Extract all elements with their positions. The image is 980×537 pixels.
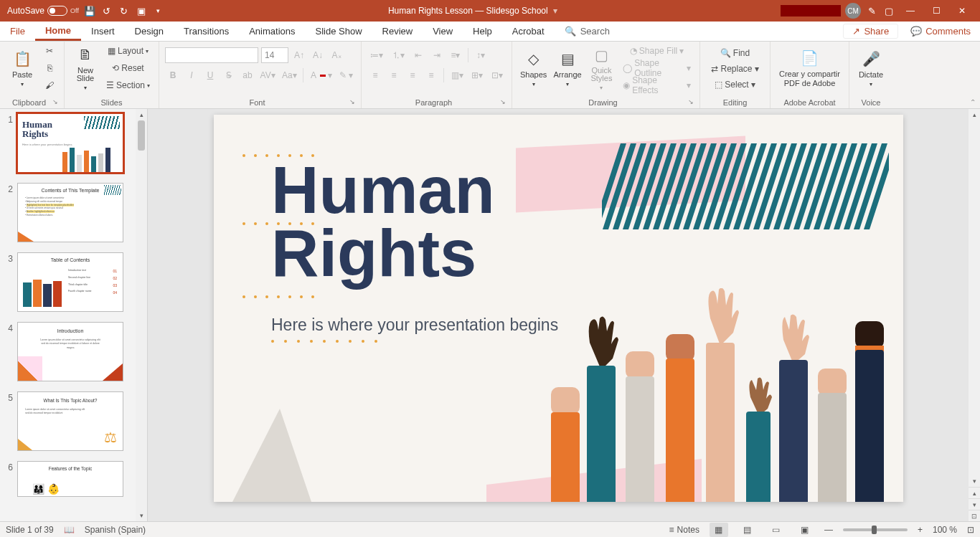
reading-view-button[interactable]: ▭ <box>767 523 786 537</box>
notes-button[interactable]: ≡Notes <box>669 525 699 535</box>
text-direction-button[interactable]: ↕▾ <box>473 47 489 63</box>
thumbnail-slide-1[interactable]: HumanRights Here is where your presentat… <box>17 113 123 173</box>
ribbon-display-icon[interactable]: ▢ <box>882 4 895 17</box>
dialog-launcher-icon[interactable]: ↘ <box>349 98 355 105</box>
replace-button[interactable]: ⇄Replace▾ <box>706 62 764 76</box>
align-right-button[interactable]: ≡ <box>405 67 420 83</box>
strikethrough-button[interactable]: S̶ <box>221 67 237 83</box>
start-from-beginning-icon[interactable]: ▣ <box>135 4 148 17</box>
share-button[interactable]: ↗Share <box>843 24 898 39</box>
prev-slide-button[interactable]: ▴ <box>969 487 980 498</box>
spellcheck-icon[interactable]: 📖 <box>64 525 75 535</box>
maximize-button[interactable]: ☐ <box>925 0 947 22</box>
thumbnail-item[interactable]: 3 Table of Contents 01020304 Introductio… <box>4 252 147 312</box>
thumbnail-slide-4[interactable]: Introduction Lorem ipsum dolor sit amet … <box>17 322 123 381</box>
scroll-up-icon[interactable]: ▴ <box>136 109 147 120</box>
dictate-button[interactable]: 🎤 Dictate▾ <box>855 44 887 92</box>
tab-transitions[interactable]: Transitions <box>174 22 239 41</box>
format-painter-button[interactable]: 🖌 <box>42 77 57 93</box>
line-spacing-button[interactable]: ≡▾ <box>448 47 463 63</box>
scroll-down-icon[interactable]: ▾ <box>969 475 980 487</box>
scroll-up-icon[interactable]: ▴ <box>969 109 980 120</box>
numbering-button[interactable]: ⒈▾ <box>389 47 407 63</box>
tab-home[interactable]: Home <box>35 22 81 41</box>
close-button[interactable]: ✕ <box>951 0 973 22</box>
decrease-font-button[interactable]: A↓ <box>310 47 326 63</box>
smartart-button[interactable]: ⊡▾ <box>489 67 506 83</box>
slide-subtitle[interactable]: Here is where your presentation begins <box>271 315 558 335</box>
columns-button[interactable]: ▥▾ <box>448 67 466 83</box>
tab-design[interactable]: Design <box>125 22 174 41</box>
paste-button[interactable]: 📋 Paste ▾ <box>6 44 39 92</box>
redo-icon[interactable]: ↻ <box>118 4 131 17</box>
dialog-launcher-icon[interactable]: ↘ <box>500 98 506 105</box>
tab-animations[interactable]: Animations <box>239 22 305 41</box>
undo-icon[interactable]: ↺ <box>100 4 113 17</box>
layout-button[interactable]: ▦Layout▾ <box>103 43 153 59</box>
new-slide-button[interactable]: 🗎 New Slide ▾ <box>70 44 100 92</box>
thumbnail-item[interactable]: 6 Features of the Topic 👨‍👩‍👧 👶 <box>4 461 147 497</box>
draw-mode-icon[interactable]: ✎ <box>865 4 878 17</box>
thumbnail-slide-3[interactable]: Table of Contents 01020304 Introduction … <box>17 252 123 312</box>
title-dropdown-icon[interactable]: ▾ <box>553 6 557 16</box>
find-button[interactable]: 🔍Find <box>706 46 764 60</box>
thumbnail-item[interactable]: 1 HumanRights Here is where your present… <box>4 113 147 173</box>
increase-font-button[interactable]: A↑ <box>291 47 307 63</box>
thumbnail-scrollbar[interactable]: ▴ ▾ <box>136 109 147 521</box>
fit-to-window-button[interactable]: ⊡ <box>967 525 974 535</box>
bullets-button[interactable]: ≔▾ <box>367 47 386 63</box>
search-tab[interactable]: 🔍Search <box>555 22 620 41</box>
italic-button[interactable]: I <box>184 67 199 83</box>
user-avatar[interactable]: CM <box>845 3 861 19</box>
section-button[interactable]: ☰Section▾ <box>103 77 153 93</box>
thumbnail-item[interactable]: 4 Introduction Lorem ipsum dolor sit ame… <box>4 322 147 381</box>
slide-sorter-view-button[interactable]: ▤ <box>738 523 757 537</box>
shape-fill-button[interactable]: ◔Shape Fill▾ <box>620 43 694 59</box>
tab-review[interactable]: Review <box>372 22 423 41</box>
dialog-launcher-icon[interactable]: ↘ <box>688 98 694 105</box>
reset-button[interactable]: ⟲Reset <box>103 60 153 76</box>
minimize-button[interactable]: — <box>900 0 921 22</box>
shape-effects-button[interactable]: ◉Shape Effects▾ <box>620 77 694 93</box>
language-indicator[interactable]: Spanish (Spain) <box>85 525 146 535</box>
align-text-button[interactable]: ⊞▾ <box>469 67 486 83</box>
thumbnail-slide-6[interactable]: Features of the Topic 👨‍👩‍👧 👶 <box>17 461 123 497</box>
justify-button[interactable]: ≡ <box>423 67 439 83</box>
change-case-button[interactable]: Aa▾ <box>280 67 298 83</box>
clear-formatting-button[interactable]: Aₓ <box>329 47 344 63</box>
font-size-combo[interactable]: 14 <box>261 47 288 63</box>
align-left-button[interactable]: ≡ <box>367 67 383 83</box>
quick-styles-button[interactable]: ▢Quick Styles▾ <box>586 44 617 92</box>
comments-button[interactable]: 💬Comments <box>901 22 980 41</box>
underline-button[interactable]: U <box>202 67 218 83</box>
fit-slide-button[interactable]: ⊡ <box>969 510 980 521</box>
bold-button[interactable]: B <box>165 67 181 83</box>
scroll-down-icon[interactable]: ▾ <box>136 510 147 521</box>
shadow-button[interactable]: ab <box>240 67 255 83</box>
char-spacing-button[interactable]: AV▾ <box>258 67 277 83</box>
align-center-button[interactable]: ≡ <box>386 67 402 83</box>
qat-more-icon[interactable]: ▾ <box>152 4 165 17</box>
next-slide-button[interactable]: ▾ <box>969 498 980 510</box>
shapes-button[interactable]: ◇Shapes▾ <box>518 44 549 92</box>
select-button[interactable]: ⬚Select▾ <box>706 77 764 92</box>
tab-acrobat[interactable]: Acrobat <box>502 22 555 41</box>
font-color-button[interactable]: A▾ <box>308 67 334 83</box>
tab-insert[interactable]: Insert <box>81 22 125 41</box>
shape-outline-button[interactable]: ◯Shape Outline▾ <box>620 60 694 76</box>
tab-help[interactable]: Help <box>463 22 502 41</box>
thumbnail-item[interactable]: 2 Contents of This Template • Lorem ipsu… <box>4 183 147 242</box>
zoom-level[interactable]: 100 % <box>933 525 957 535</box>
decrease-indent-button[interactable]: ⇤ <box>410 47 426 63</box>
increase-indent-button[interactable]: ⇥ <box>429 47 445 63</box>
thumbnail-item[interactable]: 5 What Is This Topic About? Lorem ipsum … <box>4 391 147 451</box>
cut-button[interactable]: ✂ <box>42 43 57 59</box>
arrange-button[interactable]: ▤Arrange▾ <box>552 44 583 92</box>
tab-slideshow[interactable]: Slide Show <box>305 22 372 41</box>
font-name-combo[interactable] <box>165 47 258 63</box>
slideshow-view-button[interactable]: ▣ <box>796 523 814 537</box>
zoom-slider[interactable] <box>843 528 908 531</box>
dialog-launcher-icon[interactable]: ↘ <box>52 98 58 105</box>
zoom-in-button[interactable]: + <box>918 525 923 535</box>
save-icon[interactable]: 💾 <box>83 4 96 17</box>
